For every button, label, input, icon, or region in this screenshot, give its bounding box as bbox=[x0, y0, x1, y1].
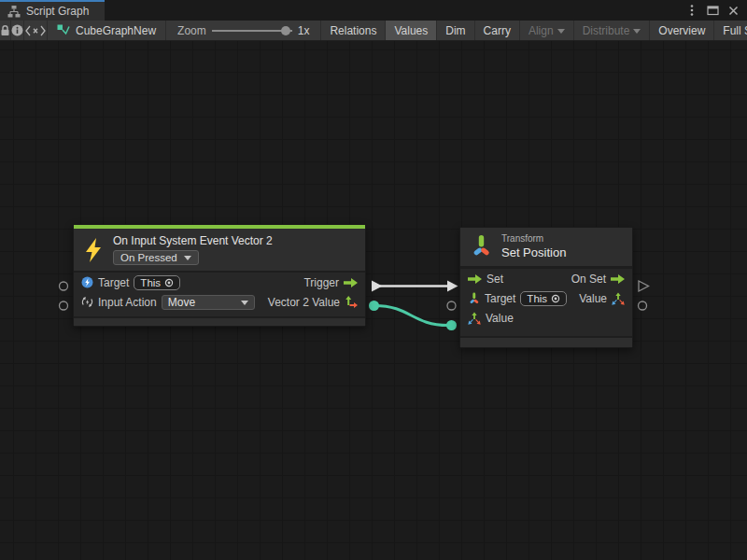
values-button[interactable]: Values bbox=[386, 21, 437, 40]
transform-axes-icon bbox=[470, 234, 492, 259]
node-category: Transform bbox=[501, 233, 566, 244]
flow-arrow-icon bbox=[611, 274, 625, 284]
value-in-label: Value bbox=[486, 312, 514, 325]
zoom-slider-knob[interactable] bbox=[281, 26, 290, 35]
port-on-set-output[interactable] bbox=[639, 281, 649, 291]
close-icon[interactable] bbox=[726, 4, 740, 17]
value-out-label: Value bbox=[579, 292, 607, 305]
port-input-action-input[interactable] bbox=[60, 301, 68, 310]
input-action-row: Input Action Move Vector 2 Value bbox=[74, 292, 365, 312]
chevron-down-icon bbox=[557, 29, 565, 34]
flow-arrow-icon bbox=[344, 278, 358, 287]
chevron-down-icon bbox=[241, 301, 248, 305]
code-view-button[interactable] bbox=[24, 21, 48, 40]
zoom-slider-track bbox=[212, 30, 292, 32]
menu-dots-icon[interactable] bbox=[685, 4, 698, 17]
relations-button[interactable]: Relations bbox=[321, 21, 386, 40]
chevron-down-icon bbox=[184, 256, 191, 260]
node-set-position[interactable]: Transform Set Position Set On Set bbox=[459, 227, 633, 348]
transform-mini-icon bbox=[468, 292, 480, 305]
target-row: Target This Value bbox=[460, 288, 632, 308]
graph-icon bbox=[57, 24, 70, 36]
object-picker-icon bbox=[551, 294, 560, 303]
node-title: Set Position bbox=[501, 245, 566, 259]
target-this-field[interactable]: This bbox=[134, 275, 180, 290]
port-target-input[interactable] bbox=[60, 282, 68, 290]
dim-button[interactable]: Dim bbox=[437, 21, 474, 40]
on-set-label: On Set bbox=[571, 273, 606, 286]
carry-button[interactable]: Carry bbox=[475, 21, 520, 40]
set-row: Set On Set bbox=[460, 269, 632, 288]
input-action-dropdown[interactable]: Move bbox=[162, 295, 255, 310]
lock-icon bbox=[0, 24, 10, 36]
node-on-input-system-event[interactable]: On Input System Event Vector 2 On Presse… bbox=[73, 224, 366, 327]
maximize-icon[interactable] bbox=[706, 4, 719, 17]
script-graph-window: Script Graph bbox=[0, 0, 747, 560]
input-action-label: Input Action bbox=[98, 296, 157, 309]
node-header[interactable]: On Input System Event Vector 2 On Presse… bbox=[74, 229, 365, 271]
port-set-value-input[interactable] bbox=[446, 320, 457, 330]
tab-title: Script Graph bbox=[26, 5, 89, 18]
info-button[interactable] bbox=[11, 21, 24, 40]
input-action-icon bbox=[81, 296, 93, 308]
lightning-bolt-icon bbox=[83, 238, 104, 262]
full-screen-button[interactable]: Full Screen bbox=[714, 21, 747, 40]
set-label: Set bbox=[486, 273, 503, 286]
target-this-field[interactable]: This bbox=[520, 291, 567, 306]
vector2-value-label: Vector 2 Value bbox=[268, 296, 340, 309]
graph-canvas[interactable]: On Input System Event Vector 2 On Presse… bbox=[0, 41, 747, 560]
node-title: On Input System Event Vector 2 bbox=[113, 234, 273, 247]
target-label: Target bbox=[485, 292, 515, 305]
trigger-label: Trigger bbox=[303, 276, 339, 289]
event-target-icon bbox=[81, 276, 93, 288]
script-graph-icon bbox=[7, 6, 21, 18]
object-picker-icon bbox=[164, 278, 174, 287]
wire-vector2-to-value[interactable] bbox=[374, 306, 448, 326]
port-set-input[interactable] bbox=[447, 281, 458, 292]
node-footer bbox=[74, 316, 365, 326]
port-set-target-input[interactable] bbox=[447, 301, 456, 310]
port-trigger-output[interactable] bbox=[372, 281, 383, 292]
target-label: Target bbox=[98, 276, 129, 289]
align-button[interactable]: Align bbox=[520, 21, 574, 40]
target-row: Target This Trigger bbox=[74, 273, 365, 292]
port-vector2-value-output[interactable] bbox=[369, 301, 379, 311]
tabbar-spacer bbox=[105, 0, 685, 21]
node-footer bbox=[460, 336, 632, 347]
info-icon bbox=[11, 24, 23, 36]
vector2-icon bbox=[345, 296, 358, 309]
overview-button[interactable]: Overview bbox=[650, 21, 714, 40]
graph-toolbar: CubeGraphNew Zoom 1x Relations Values Di… bbox=[0, 21, 747, 41]
graph-name-section[interactable]: CubeGraphNew bbox=[48, 21, 166, 40]
tab-script-graph[interactable]: Script Graph bbox=[0, 0, 105, 21]
port-value-output[interactable] bbox=[639, 301, 647, 310]
graph-name: CubeGraphNew bbox=[76, 24, 156, 37]
distribute-button[interactable]: Distribute bbox=[574, 21, 651, 40]
tab-bar: Script Graph bbox=[0, 0, 747, 21]
code-icon bbox=[24, 25, 47, 36]
flow-arrow-icon bbox=[468, 274, 482, 284]
zoom-value: 1x bbox=[298, 24, 310, 37]
zoom-label: Zoom bbox=[177, 24, 206, 37]
value-row: Value bbox=[460, 308, 632, 328]
lock-button[interactable] bbox=[0, 21, 11, 40]
vector3-icon bbox=[468, 312, 481, 325]
node-header[interactable]: Transform Set Position bbox=[460, 228, 632, 266]
vector3-icon bbox=[612, 292, 625, 305]
zoom-control: Zoom 1x bbox=[166, 21, 321, 40]
event-mode-dropdown[interactable]: On Pressed bbox=[113, 250, 199, 265]
zoom-slider[interactable] bbox=[212, 26, 292, 35]
chevron-down-icon bbox=[633, 29, 641, 34]
